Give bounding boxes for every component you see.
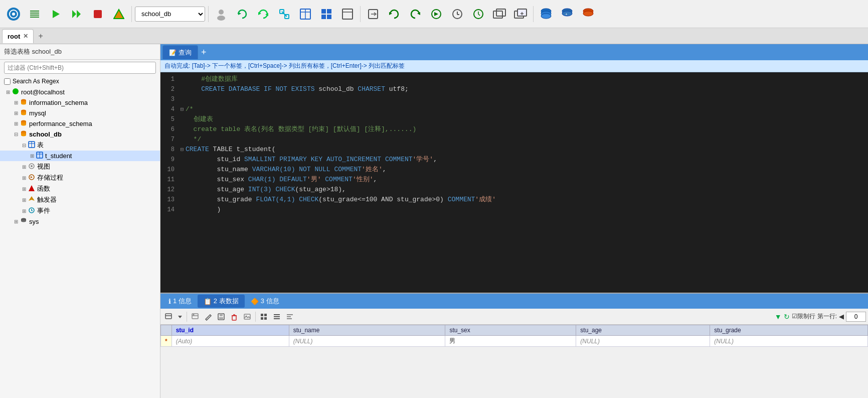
cell-stu_sex-0[interactable]: 男 [445, 336, 576, 347]
regex-checkbox[interactable] [4, 78, 11, 85]
tree-expand-1[interactable]: ⊞ [12, 100, 20, 105]
sep3 [360, 6, 361, 22]
tree-item-5[interactable]: ⊟表 [0, 140, 160, 151]
tree-expand-10[interactable]: ⊞ [20, 197, 28, 203]
tree-item-4[interactable]: ⊟school_db [0, 129, 160, 140]
dt-btn-filter[interactable] [189, 311, 201, 323]
cell-stu_id-0[interactable]: (Auto) [171, 336, 289, 347]
dt-btn-save[interactable] [215, 311, 227, 323]
refresh-icon[interactable] [233, 5, 252, 24]
svg-point-13 [219, 10, 224, 15]
svg-marker-11 [114, 10, 124, 19]
svg-rect-10 [94, 10, 102, 18]
list-icon[interactable] [25, 5, 44, 24]
tree-item-12[interactable]: ⊞sys [0, 216, 160, 227]
session-tab-root[interactable]: root ✕ [2, 29, 34, 43]
tree-item-9[interactable]: ⊞函数 [0, 183, 160, 194]
bottom-tab-0[interactable]: ℹ1 信息 [162, 295, 198, 308]
tree-item-1[interactable]: ⊞information_schema [0, 97, 160, 108]
add-session-tab-button[interactable]: + [35, 30, 47, 42]
db-settings-icon[interactable] [579, 5, 598, 24]
first-row-input[interactable] [846, 312, 866, 322]
table2-icon[interactable] [338, 5, 357, 24]
svg-marker-34 [434, 12, 438, 16]
dt-btn-edit[interactable] [202, 311, 214, 323]
play-all-icon[interactable] [67, 5, 86, 24]
prev-row-btn[interactable]: ◀ [839, 313, 844, 320]
tree-expand-12[interactable]: ⊞ [12, 219, 20, 224]
tree-expand-9[interactable]: ⊞ [20, 186, 28, 192]
cell-stu_age-0[interactable]: (NULL) [576, 336, 710, 347]
clock-icon[interactable] [448, 5, 467, 24]
transfer-icon[interactable] [275, 5, 294, 24]
tree-expand-6[interactable]: ⊞ [28, 153, 36, 159]
line-fold-4[interactable]: ⊟ [179, 104, 186, 114]
svg-point-67 [21, 113, 26, 115]
svg-marker-87 [29, 185, 35, 191]
dt-btn-dropdown[interactable] [176, 311, 185, 323]
line-content-14: ) [186, 205, 868, 215]
bottom-tab-1[interactable]: 📋2 表数据 [198, 295, 245, 308]
tree-expand-3[interactable]: ⊞ [12, 121, 20, 126]
dt-btn-list[interactable] [271, 311, 283, 323]
tab-close-button[interactable]: ✕ [23, 33, 28, 40]
tree-expand-11[interactable]: ⊞ [20, 208, 28, 214]
code-line-5: 5 创建表 [160, 114, 868, 124]
tree-icon-2 [20, 109, 27, 117]
tree-expand-7[interactable]: ⊞ [20, 164, 28, 170]
table-icon[interactable] [296, 5, 315, 24]
export-icon[interactable] [364, 5, 383, 24]
bottom-tab-bar: ℹ1 信息📋2 表数据🔶3 信息 [160, 294, 868, 309]
db-connect-icon[interactable] [537, 5, 556, 24]
sync2-icon[interactable] [406, 5, 425, 24]
grid-icon[interactable] [317, 5, 336, 24]
tree-item-0[interactable]: ⊞root@localhost [0, 87, 160, 97]
limit-row-checkbox-label: ☑限制行 [792, 312, 815, 321]
tree-item-8[interactable]: ⊞存储过程 [0, 172, 160, 183]
tree-label-12: sys [29, 218, 39, 225]
db-connect2-icon[interactable]: + [558, 5, 577, 24]
sync-icon[interactable] [254, 5, 273, 24]
tree-item-6[interactable]: ⊞t_student [0, 151, 160, 161]
query-tab-main[interactable]: 📝 查询 [162, 45, 198, 59]
tree-expand-0[interactable]: ⊞ [4, 89, 12, 95]
code-editor[interactable]: 1 #创建数据库2 CREATE DATABASE IF NOT EXISTS … [160, 72, 868, 293]
dt-btn-text[interactable] [284, 311, 296, 323]
tree-expand-8[interactable]: ⊞ [20, 175, 28, 181]
sidebar-filter-input[interactable] [4, 62, 156, 74]
cell-stu_name-0[interactable]: (NULL) [289, 336, 445, 347]
tree-item-3[interactable]: ⊞performance_schema [0, 118, 160, 129]
tree-item-11[interactable]: ⊞事件 [0, 205, 160, 216]
tree-item-7[interactable]: ⊞视图 [0, 161, 160, 172]
add-query-tab-button[interactable]: + [201, 47, 207, 58]
record-icon[interactable] [88, 5, 107, 24]
database-selector[interactable]: school_db information_schema mysql perfo… [135, 7, 205, 22]
new-tab-icon[interactable] [511, 5, 530, 24]
tree-item-2[interactable]: ⊞mysql [0, 108, 160, 118]
bottom-tab-2[interactable]: 🔶3 信息 [245, 295, 285, 308]
code-line-7: 7 */ [160, 135, 868, 145]
tree-expand-4[interactable]: ⊟ [12, 131, 20, 137]
query-tab-bar: 📝 查询 + [160, 44, 868, 60]
cell-stu_grade-0[interactable]: (NULL) [710, 336, 868, 347]
history-icon[interactable] [469, 5, 488, 24]
tree-expand-2[interactable]: ⊞ [12, 110, 20, 116]
svg-point-14 [217, 16, 225, 21]
user-icon[interactable] [212, 5, 231, 24]
play-icon[interactable] [46, 5, 65, 24]
push-icon[interactable] [427, 5, 446, 24]
tree-item-10[interactable]: ⊞触发器 [0, 194, 160, 205]
dt-btn-grid[interactable] [258, 311, 270, 323]
dt-btn-delete[interactable] [228, 311, 240, 323]
chart-triangle-icon[interactable] [109, 5, 128, 24]
line-fold-8[interactable]: ⊟ [179, 145, 186, 155]
multi-tab-icon[interactable] [490, 5, 509, 24]
table-header-stu_id: stu_id [171, 325, 289, 336]
tree-expand-5[interactable]: ⊟ [20, 143, 28, 148]
svg-rect-28 [342, 9, 353, 19]
import-icon[interactable] [385, 5, 404, 24]
dt-btn-refresh[interactable] [162, 311, 175, 323]
dt-btn-image[interactable] [241, 311, 253, 323]
sidebar-filter-label: 筛选表格 school_db [0, 44, 160, 60]
tree-label-8: 存储过程 [37, 173, 63, 182]
